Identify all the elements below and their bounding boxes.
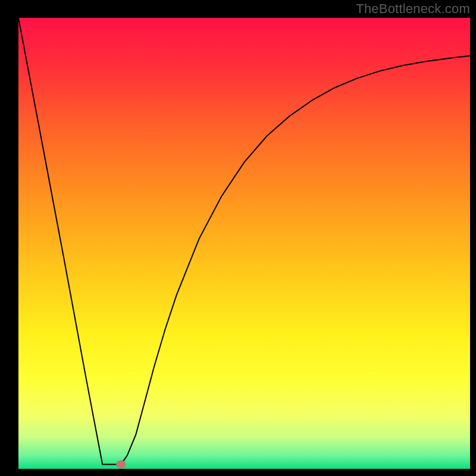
chart-frame: TheBottleneck.com xyxy=(0,0,476,476)
bottleneck-chart xyxy=(0,0,476,476)
plot-background xyxy=(18,18,470,469)
watermark-text: TheBottleneck.com xyxy=(356,1,470,17)
optimum-marker xyxy=(116,460,126,468)
